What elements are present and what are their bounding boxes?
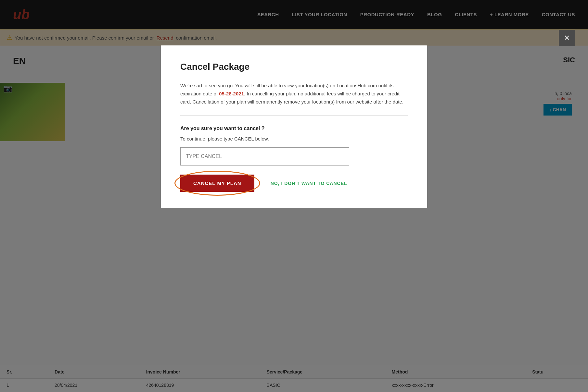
cancel-package-modal: Cancel Package We're sad to see you go. … xyxy=(161,45,427,208)
modal-expiry-date: 05-28-2021 xyxy=(219,91,244,96)
cancel-text-input[interactable] xyxy=(180,147,349,165)
cancel-plan-btn-wrapper: CANCEL MY PLAN xyxy=(180,175,254,192)
close-button[interactable]: ✕ xyxy=(559,30,575,46)
modal-actions: CANCEL MY PLAN NO, I DON'T WANT TO CANCE… xyxy=(180,175,408,192)
modal-title: Cancel Package xyxy=(180,62,408,72)
modal-confirm-instruction: To continue, please type CANCEL below. xyxy=(180,136,408,141)
no-cancel-button[interactable]: NO, I DON'T WANT TO CANCEL xyxy=(271,181,347,186)
modal-overlay: Cancel Package We're sad to see you go. … xyxy=(0,0,588,392)
modal-body-text: We're sad to see you go. You will still … xyxy=(180,82,408,106)
modal-divider xyxy=(180,116,408,116)
modal-confirm-question: Are you sure you want to cancel ? xyxy=(180,126,408,131)
cancel-plan-button[interactable]: CANCEL MY PLAN xyxy=(180,175,254,192)
